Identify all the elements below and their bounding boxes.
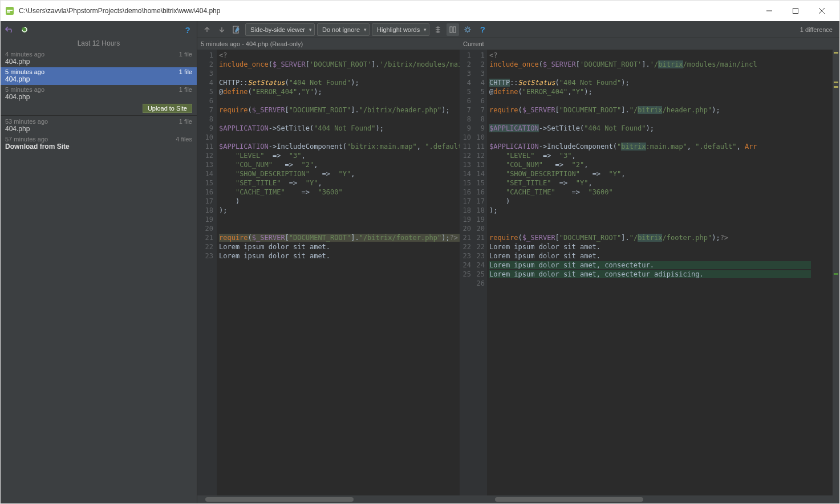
close-button[interactable]	[809, 2, 835, 19]
error-stripe[interactable]	[833, 50, 839, 495]
prev-diff-icon[interactable]	[201, 23, 213, 36]
history-item[interactable]: 5 minutes ago1 file404.php	[1, 67, 197, 85]
mid-gutter: 1 2 3 4 5 6 7 8 9 10 11 12 13 14 15 16 1…	[460, 50, 487, 495]
svg-rect-7	[453, 27, 456, 32]
diff-header: 5 minutes ago - 404.php (Read-only) Curr…	[197, 38, 839, 50]
undo-icon[interactable]	[4, 24, 15, 35]
highlight-dropdown[interactable]: Highlight words	[372, 23, 429, 36]
titlebar[interactable]: C:\Users\zavvla\PhpstormProjects\demo\ho…	[1, 1, 839, 21]
edit-source-icon[interactable]	[230, 23, 243, 36]
history-sidebar: ? Last 12 Hours 4 minutes ago1 file404.p…	[1, 21, 197, 503]
maximize-button[interactable]	[782, 2, 809, 19]
svg-rect-2	[7, 11, 10, 13]
upload-badge: Upload to Site	[143, 104, 192, 113]
left-pane-title: 5 minutes ago - 404.php (Read-only)	[197, 38, 460, 50]
viewer-mode-dropdown[interactable]: Side-by-side viewer	[245, 23, 315, 36]
next-diff-icon[interactable]	[216, 23, 228, 36]
help-icon[interactable]: ?	[182, 24, 193, 35]
history-item[interactable]: 53 minutes ago1 file404.php	[1, 117, 197, 135]
svg-point-8	[466, 28, 469, 31]
gear-icon[interactable]	[461, 23, 474, 36]
window-title: C:\Users\zavvla\PhpstormProjects\demo\ho…	[19, 7, 756, 15]
history-list: 4 minutes ago1 file404.php5 minutes ago1…	[1, 50, 197, 503]
history-header: Last 12 Hours	[1, 38, 197, 50]
minimize-button[interactable]	[756, 2, 782, 19]
right-pane-title: Current	[460, 38, 839, 50]
svg-rect-3	[793, 9, 798, 14]
diff-count: 1 difference	[800, 26, 836, 33]
right-code[interactable]: <? include_once($_SERVER['DOCUMENT_ROOT'…	[487, 50, 833, 495]
svg-rect-6	[450, 27, 452, 32]
ignore-dropdown[interactable]: Do not ignore	[317, 23, 370, 36]
sync-scroll-icon[interactable]	[447, 23, 459, 36]
help-icon[interactable]: ?	[476, 23, 489, 36]
left-gutter: 1 2 3 4 5 6 7 8 9 10 11 12 13 14 15 16 1…	[197, 50, 217, 495]
horizontal-scrollbar[interactable]	[197, 495, 839, 503]
history-item[interactable]: 4 minutes ago1 file404.php	[1, 50, 197, 67]
svg-rect-1	[7, 10, 13, 11]
diff-toolbar: Side-by-side viewer Do not ignore Highli…	[197, 21, 839, 38]
right-pane: <? include_once($_SERVER['DOCUMENT_ROOT'…	[487, 50, 839, 495]
left-code[interactable]: <? include_once($_SERVER['DOCUMENT_ROOT'…	[217, 50, 460, 495]
history-item[interactable]: 5 minutes ago1 file404.php	[1, 85, 197, 103]
left-pane: 1 2 3 4 5 6 7 8 9 10 11 12 13 14 15 16 1…	[197, 50, 460, 495]
app-icon	[5, 6, 14, 15]
collapse-icon[interactable]	[432, 23, 444, 36]
refresh-icon[interactable]	[19, 24, 30, 35]
history-item[interactable]: 57 minutes ago4 filesDownload from Site	[1, 135, 197, 152]
